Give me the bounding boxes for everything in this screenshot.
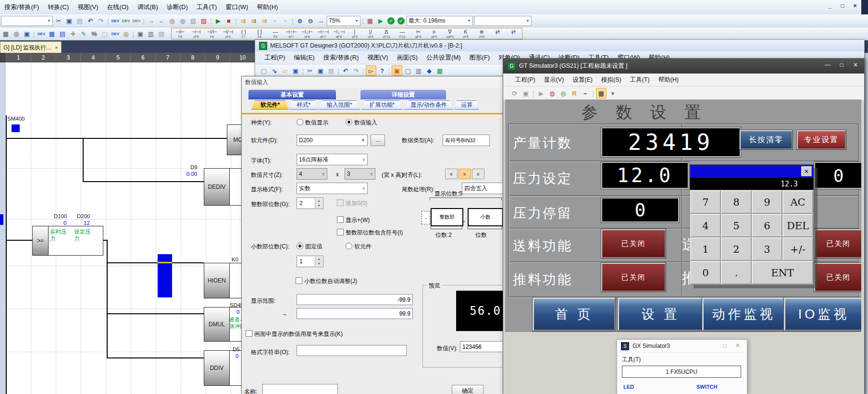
gt-designer-menu-item[interactable]: 画面(S) <box>393 52 422 63</box>
spinner-arrows-icon[interactable]: ▲▼ <box>315 257 322 266</box>
keypad-close-icon[interactable]: ✕ <box>801 166 812 176</box>
spinner-arrows-icon[interactable]: ▲▼ <box>315 198 322 208</box>
color-window-icon[interactable]: ▦ <box>365 16 375 25</box>
separator[interactable]: ¦ <box>388 66 391 75</box>
figure-icon[interactable]: ◆ <box>424 66 434 75</box>
empty-combo[interactable]: ▼ <box>474 16 532 26</box>
gt-designer-menu-item[interactable]: 公共设置(M) <box>422 52 465 63</box>
separator[interactable]: ¦ <box>132 29 135 38</box>
snapshot-icon[interactable]: ⟳ <box>510 88 520 98</box>
gt-designer-menu-item[interactable]: 搜索/替换(R) <box>319 52 363 63</box>
window1-icon[interactable]: ▣ <box>136 29 145 38</box>
ladder-symbol-icon[interactable]: K cF5 <box>458 29 473 38</box>
range-min-input[interactable] <box>299 296 410 303</box>
separator[interactable]: ¦ <box>210 16 212 25</box>
zoom-in-icon[interactable]: ⊕ <box>295 16 305 25</box>
ladder-instruction-block[interactable]: >= <box>32 226 103 256</box>
int-digits-spinner[interactable]: 2 ▲▼ <box>297 197 323 209</box>
dialog-tab[interactable]: 样式* <box>290 100 318 110</box>
separator[interactable]: ¦ <box>337 66 340 75</box>
device-find-icon[interactable]: ◎ <box>121 29 131 38</box>
ladder-symbol-icon[interactable]: ∇ caF5 <box>442 29 458 38</box>
monitor-stop-icon[interactable]: ■ <box>224 16 234 25</box>
gt-designer-menu-item[interactable]: 图形(F) <box>465 52 495 63</box>
program-icon[interactable]: ▦ <box>1 29 11 38</box>
intelligent-module-icon[interactable]: ✚ <box>68 29 78 38</box>
ladder-symbol-icon[interactable]: ⊣⊣ sF5 <box>188 29 204 38</box>
gt-simulator-menu-item[interactable]: 显示(V) <box>540 74 569 86</box>
cut-icon[interactable]: ✂ <box>54 16 63 25</box>
ladder-symbol-icon[interactable]: ⊣↑⊢ sF7 <box>284 29 299 38</box>
ladder-symbol-icon[interactable]: ( ) F7 <box>236 29 251 38</box>
separator[interactable]: ¦ <box>291 16 294 25</box>
keypad-key[interactable]: 8 <box>721 190 752 214</box>
rom-write-icon[interactable]: ▨ <box>199 16 209 25</box>
gt-designer-titlebar[interactable]: G MELSOFT GT Designer3 (GOT2000) X:\PLC\… <box>255 40 864 51</box>
editor-tab[interactable]: G] [LD] 监视执行... × <box>0 41 62 53</box>
dialog-tab[interactable]: 扩展功能* <box>361 100 403 110</box>
import-icon[interactable]: ⇘ <box>270 66 279 75</box>
gx-simulator-tools-menu[interactable]: 工具(T) <box>622 356 641 364</box>
name-field[interactable] <box>262 384 338 394</box>
gx-works-menu-item[interactable]: 帮助(H) <box>252 1 282 13</box>
nav-action-monitor-button[interactable]: 动作监视 <box>702 297 785 331</box>
dec-device-radio[interactable] <box>346 243 352 249</box>
ladder-symbol-icon[interactable]: [ ] F8 <box>252 29 267 38</box>
datatype-combo[interactable]: 有符号BIN32 <box>443 135 490 146</box>
window3-icon[interactable]: ▤ <box>157 29 166 38</box>
restore-icon[interactable]: □ <box>838 2 847 9</box>
device-table-icon[interactable]: ▦ <box>47 29 57 38</box>
ladder-symbol-icon[interactable]: ⊣/⊣ sF6 <box>220 29 236 38</box>
keypad-key[interactable]: 2 <box>721 237 752 261</box>
size-width-combo[interactable]: 4∨ <box>297 168 327 180</box>
gt-designer-menu-item[interactable]: 编辑(E) <box>289 52 319 63</box>
verify2-icon[interactable]: ◎ <box>178 16 187 25</box>
gt-simulator-menu-item[interactable]: 模拟(S) <box>597 74 626 86</box>
keypad-key[interactable]: AC <box>782 190 813 214</box>
screen-copy-icon[interactable]: ▣ <box>392 65 402 76</box>
sign-included-checkbox[interactable] <box>337 229 344 235</box>
step2-icon[interactable]: ▫ <box>281 16 290 25</box>
find-window-icon[interactable]: ▣ <box>22 29 32 38</box>
maximize-icon[interactable]: □ <box>837 62 846 68</box>
open-icon[interactable]: ▱ <box>280 66 290 75</box>
connection-icon[interactable]: ⌁ <box>581 88 590 98</box>
select-cursor-icon[interactable]: ▻ <box>366 65 376 76</box>
ladder-symbol-icon[interactable]: ⊕ cF6 <box>474 29 489 38</box>
device-combo[interactable]: D200▼ <box>297 135 368 146</box>
pressure-dwell-display[interactable]: 0 <box>601 197 679 222</box>
ladder-symbol-icon[interactable]: ⊣↓⊢ sF8 <box>299 29 315 38</box>
format-string-field[interactable] <box>297 345 407 356</box>
undo-icon[interactable]: ↶ <box>341 66 350 75</box>
gx-works-menu-item[interactable]: 转换(C) <box>43 1 73 13</box>
jump-icon[interactable]: ⇉ <box>238 16 248 25</box>
redo-icon[interactable]: ↷ <box>96 16 106 25</box>
overflow-icon[interactable]: ▾ <box>608 88 618 98</box>
cut-icon[interactable]: ✂ <box>305 66 315 75</box>
redo-icon[interactable]: ↷ <box>351 66 361 75</box>
cpu-type-field[interactable]: 1 FX5UCPU <box>622 366 741 378</box>
hold-to-clear-button[interactable]: 长按清零 <box>740 130 793 149</box>
step-icon[interactable]: ▫ <box>270 16 280 25</box>
feed-right-status-button[interactable]: 已关闭 <box>814 229 861 258</box>
keypad-key[interactable]: DEL <box>782 214 813 237</box>
keypad-key[interactable]: 6 <box>752 214 782 237</box>
simulation-start-icon[interactable]: ▶ <box>376 16 385 25</box>
tab-close-icon[interactable]: × <box>55 45 58 50</box>
nav-home-button[interactable]: 首 页 <box>533 297 616 331</box>
dialog-titlebar[interactable]: 数值输入 <box>242 76 511 88</box>
feed-function-status-button[interactable]: 已关闭 <box>601 229 666 258</box>
keypad-key[interactable]: . <box>721 261 752 284</box>
keyboard-icon[interactable]: ▦ <box>596 88 607 98</box>
dialog-tab[interactable]: 软元件* <box>251 100 289 110</box>
ladder-symbol-icon[interactable]: ⊣⊢ F5 <box>173 29 188 38</box>
gt-simulator-menu-item[interactable]: 工程(P) <box>511 74 540 86</box>
range-max-input[interactable] <box>299 310 410 317</box>
gx-works-menu-item[interactable]: 诊断(D) <box>162 1 192 13</box>
keypad-key[interactable]: 1 <box>690 237 721 261</box>
asterisk-checkbox[interactable] <box>246 330 252 337</box>
separator[interactable]: ¦ <box>142 16 145 25</box>
ladder-symbol-icon[interactable]: ⊣↑⊣ aF7 <box>315 29 331 38</box>
device-display-icon[interactable]: DEV <box>111 16 120 25</box>
io-edit-icon[interactable]: ✎ <box>79 29 88 38</box>
